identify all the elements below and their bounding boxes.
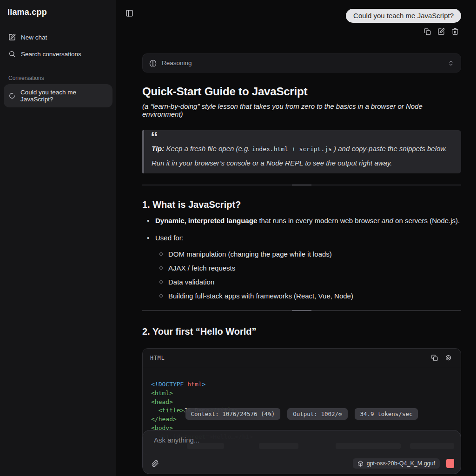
speed-stat-badge: 34.9 tokens/sec [355,408,418,420]
list-item: AJAX / fetch requests [155,263,461,273]
paperclip-icon [152,460,159,467]
attach-file-button[interactable] [149,457,161,469]
edit-icon [437,28,445,35]
list-item: Used for: DOM manipulation (changing the… [142,233,461,301]
article-subtitle: (a “learn-by-doing” style lesson that ta… [142,102,461,118]
article-title: Quick-Start Guide to JavaScript [142,85,461,98]
section-2-heading: 2. Your first “Hello World” [142,326,461,337]
loading-spinner-icon [9,93,15,99]
section-1-list: Dynamic, interpreted language that runs … [142,216,461,301]
tip-blockquote: “ Tip: Keep a fresh file open (e.g. inde… [142,130,461,173]
user-message-bubble: Could you teach me JavaScript? [346,9,461,23]
new-chat-icon [8,33,16,41]
search-icon [8,50,16,58]
model-selector[interactable]: gpt-oss-20b-Q4_K_M.gguf [353,458,440,469]
divider [142,310,461,311]
reasoning-label: Reasoning [162,60,192,66]
eye-icon [445,354,452,361]
edit-message-button[interactable] [435,26,447,38]
list-item: DOM manipulation (changing the page whil… [155,249,461,259]
message-actions [142,26,461,38]
conversations-section-label: Conversations [4,75,112,81]
context-stat-badge: Context: 1076/24576 (4%) [185,408,281,420]
copy-message-button[interactable] [421,26,433,38]
chat-scroll-area: Could you teach me JavaScript? [116,0,476,476]
reasoning-collapse-bar[interactable]: Reasoning [142,53,461,73]
conversation-title: Could you teach me JavaScript? [20,89,107,103]
copy-icon [431,354,438,361]
quote-mark: “ [151,130,158,144]
copy-icon [423,28,431,35]
brain-icon [149,60,157,67]
sidebar-item-conversation[interactable]: Could you teach me JavaScript? [4,84,112,107]
main-area: Could you teach me JavaScript? [116,0,476,476]
inline-code-sep: + [288,145,299,152]
package-icon [357,461,364,467]
code-block-header: HTML [143,349,461,367]
stop-generation-button[interactable] [446,459,454,468]
tip-line-2: Run it in your browser’s console or a No… [152,159,452,168]
app-title: llama.cpp [4,7,112,18]
search-conversations-button[interactable]: Search conversations [4,47,112,61]
inline-code: script.js [299,145,331,152]
list-item: Data validation [155,277,461,287]
model-name: gpt-oss-20b-Q4_K_M.gguf [367,460,435,467]
trash-icon [451,28,459,35]
new-chat-button[interactable]: New chat [4,30,112,44]
inline-code: index.html [252,145,288,152]
preview-code-button[interactable] [442,352,454,364]
used-for-sublist: DOM manipulation (changing the page whil… [155,249,461,301]
divider [142,185,461,185]
section-1-heading: 1. What is JavaScript? [142,199,461,210]
message-input[interactable] [154,436,450,452]
search-conversations-label: Search conversations [21,51,81,58]
user-message-row: Could you teach me JavaScript? [142,9,461,23]
list-item: Building full-stack apps with frameworks… [155,291,461,301]
new-chat-label: New chat [21,34,47,41]
chevrons-up-down-icon [448,60,454,66]
tip-line-1: Tip: Keep a fresh file open (e.g. index.… [152,144,452,154]
composer-toolbar: gpt-oss-20b-Q4_K_M.gguf [149,457,454,469]
copy-code-button[interactable] [428,352,440,364]
output-stat-badge: Output: 1002/∞ [287,408,347,420]
code-language-label: HTML [150,355,165,361]
delete-message-button[interactable] [449,26,461,38]
sidebar: llama.cpp New chat Search conversations … [0,0,116,476]
sidebar-nav: New chat Search conversations [4,30,112,61]
list-item: Dynamic, interpreted language that runs … [142,216,461,225]
generation-stats: Context: 1076/24576 (4%) Output: 1002/∞ … [142,408,461,420]
composer: gpt-oss-20b-Q4_K_M.gguf [142,430,461,474]
